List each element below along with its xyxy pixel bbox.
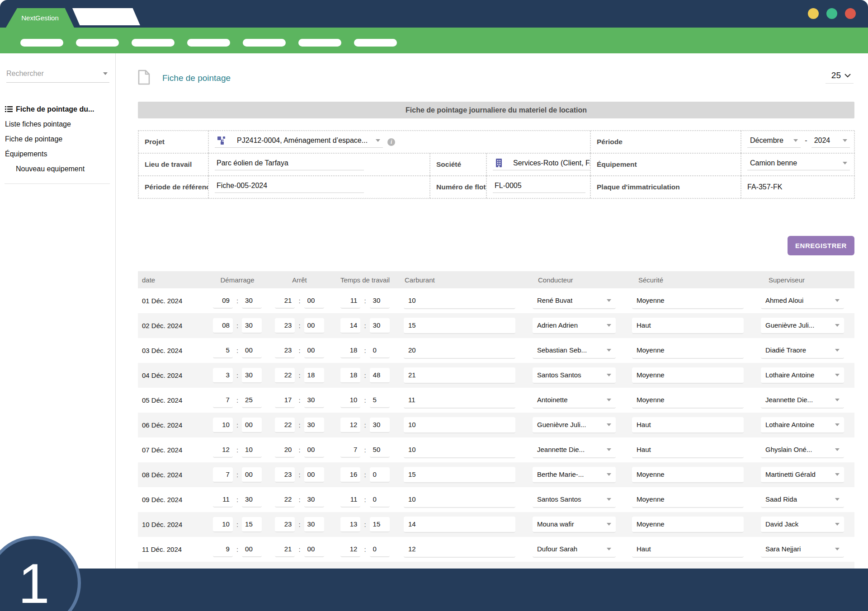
brand-tab[interactable]: NextGestion — [6, 8, 74, 28]
start-hour-input[interactable] — [213, 318, 233, 334]
driver-select[interactable]: Dufour Sarah — [533, 541, 616, 558]
periode-month-select[interactable]: Décembre — [747, 136, 801, 148]
start-minute-input[interactable] — [242, 517, 262, 532]
societe-select[interactable]: Services-Roto (Client, F... — [493, 159, 590, 170]
work-hour-input[interactable] — [340, 293, 360, 309]
stop-hour-input[interactable] — [275, 293, 295, 309]
start-hour-input[interactable] — [213, 418, 233, 433]
supervisor-select[interactable]: Ghyslain Oné... — [761, 442, 844, 458]
save-button[interactable]: ENREGISTRER — [788, 236, 854, 255]
supervisor-select[interactable]: Guenièvre Juli... — [761, 318, 844, 334]
supervisor-select[interactable]: Saad Rida — [761, 492, 844, 508]
flotte-input[interactable]: FL-0005 — [493, 182, 585, 193]
stop-hour-input[interactable] — [275, 343, 295, 358]
work-hour-input[interactable] — [340, 318, 360, 334]
search-select[interactable]: Rechercher — [6, 67, 109, 83]
nav-pill[interactable] — [298, 39, 341, 47]
safety-input[interactable] — [632, 541, 744, 558]
nav-pill[interactable] — [187, 39, 230, 47]
periode-ref-input[interactable]: Fiche-005-2024 — [215, 182, 364, 193]
work-hour-input[interactable] — [340, 368, 360, 383]
equipement-select[interactable]: Camion benne — [747, 159, 850, 170]
driver-select[interactable]: Santos Santos — [533, 492, 616, 508]
safety-input[interactable] — [632, 467, 744, 483]
start-hour-input[interactable] — [213, 343, 233, 358]
nav-pill[interactable] — [76, 39, 119, 47]
stop-hour-input[interactable] — [275, 517, 295, 532]
projet-select[interactable]: PJ2412-0004, Aménagement d’espace... — [215, 136, 383, 148]
driver-select[interactable]: Guenièvre Juli... — [533, 417, 616, 433]
sidebar-item-equipements[interactable]: Équipements — [5, 146, 115, 161]
stop-minute-input[interactable] — [304, 393, 324, 408]
work-minute-input[interactable] — [370, 442, 390, 458]
start-hour-input[interactable] — [213, 442, 233, 458]
nav-pill[interactable] — [354, 39, 397, 47]
supervisor-select[interactable]: Lothaire Antoine — [761, 417, 844, 433]
work-minute-input[interactable] — [370, 393, 390, 408]
work-minute-input[interactable] — [370, 368, 390, 383]
safety-input[interactable] — [632, 367, 744, 384]
safety-input[interactable] — [632, 293, 744, 309]
supervisor-select[interactable]: Lothaire Antoine — [761, 367, 844, 384]
sidebar-item-fiche-pointage-du[interactable]: Fiche de pointage du... — [5, 102, 115, 117]
lieu-input[interactable]: Parc éolien de Tarfaya — [215, 159, 364, 170]
work-hour-input[interactable] — [340, 442, 360, 458]
work-minute-input[interactable] — [370, 517, 390, 532]
start-minute-input[interactable] — [242, 492, 262, 508]
work-minute-input[interactable] — [370, 343, 390, 358]
start-minute-input[interactable] — [242, 542, 262, 557]
stop-minute-input[interactable] — [304, 467, 324, 483]
fuel-input[interactable] — [404, 492, 515, 508]
supervisor-select[interactable]: Sara Nejjari — [761, 541, 844, 558]
start-hour-input[interactable] — [213, 492, 233, 508]
work-minute-input[interactable] — [370, 467, 390, 483]
fuel-input[interactable] — [404, 318, 515, 334]
stop-minute-input[interactable] — [304, 318, 324, 334]
info-icon[interactable]: i — [387, 138, 395, 146]
nav-pill[interactable] — [243, 39, 286, 47]
driver-select[interactable]: Sebastian Seb... — [533, 343, 616, 359]
fuel-input[interactable] — [404, 293, 515, 309]
safety-input[interactable] — [632, 318, 744, 334]
fuel-input[interactable] — [404, 367, 515, 384]
work-minute-input[interactable] — [370, 418, 390, 433]
start-minute-input[interactable] — [242, 293, 262, 309]
work-hour-input[interactable] — [340, 542, 360, 557]
stop-minute-input[interactable] — [304, 517, 324, 532]
safety-input[interactable] — [632, 517, 744, 533]
driver-select[interactable]: Berthe Marie-... — [533, 467, 616, 483]
work-minute-input[interactable] — [370, 293, 390, 309]
stop-hour-input[interactable] — [275, 318, 295, 334]
stop-minute-input[interactable] — [304, 492, 324, 508]
start-minute-input[interactable] — [242, 467, 262, 483]
start-hour-input[interactable] — [213, 517, 233, 532]
start-hour-input[interactable] — [213, 293, 233, 309]
fuel-input[interactable] — [404, 541, 515, 558]
safety-input[interactable] — [632, 392, 744, 409]
start-minute-input[interactable] — [242, 368, 262, 383]
supervisor-select[interactable]: Jeannette Die... — [761, 392, 844, 409]
work-hour-input[interactable] — [340, 418, 360, 433]
stop-minute-input[interactable] — [304, 442, 324, 458]
start-minute-input[interactable] — [242, 442, 262, 458]
safety-input[interactable] — [632, 343, 744, 359]
fuel-input[interactable] — [404, 343, 515, 359]
driver-select[interactable]: René Buvat — [533, 293, 616, 309]
work-minute-input[interactable] — [370, 542, 390, 557]
driver-select[interactable]: Mouna wafir — [533, 517, 616, 533]
supervisor-select[interactable]: Ahmed Aloui — [761, 293, 844, 309]
work-minute-input[interactable] — [370, 318, 390, 334]
stop-minute-input[interactable] — [304, 542, 324, 557]
supervisor-select[interactable]: Diadié Traore — [761, 343, 844, 359]
fuel-input[interactable] — [404, 467, 515, 483]
start-minute-input[interactable] — [242, 418, 262, 433]
work-hour-input[interactable] — [340, 343, 360, 358]
stop-hour-input[interactable] — [275, 442, 295, 458]
window-maximize-dot[interactable] — [826, 8, 837, 19]
safety-input[interactable] — [632, 442, 744, 458]
sidebar-item-fiche-de-pointage[interactable]: Fiche de pointage — [5, 132, 115, 146]
nav-pill[interactable] — [132, 39, 175, 47]
window-close-dot[interactable] — [845, 8, 856, 19]
fuel-input[interactable] — [404, 517, 515, 533]
stop-hour-input[interactable] — [275, 467, 295, 483]
